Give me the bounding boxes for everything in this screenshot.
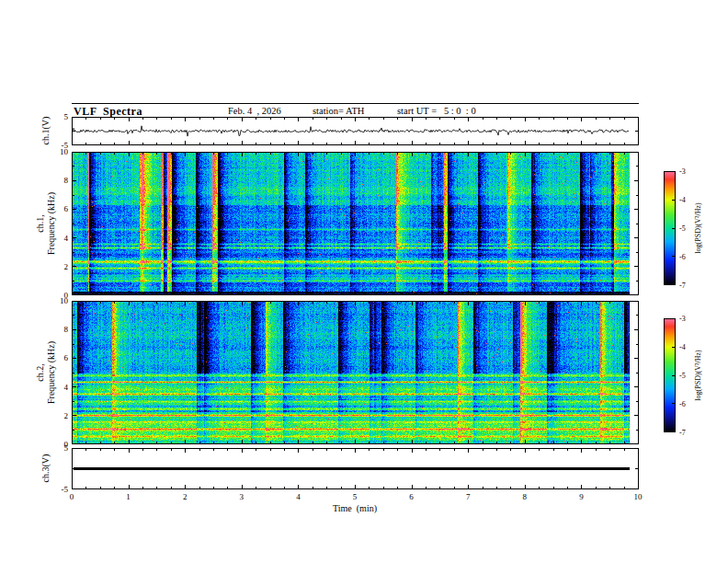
freq-tick-label: 4 <box>48 234 68 243</box>
ch3-waveform-plot <box>72 448 639 489</box>
colorbar-tick-label: -5 <box>679 372 686 380</box>
freq-tick-label: 8 <box>48 325 68 334</box>
colorbar-tick-label: -7 <box>679 429 686 437</box>
freq-tick-label: 2 <box>48 411 68 420</box>
time-tick-label: 6 <box>409 492 414 501</box>
colorbar-tick-label: -6 <box>679 253 686 261</box>
header-station: station= ATH <box>313 106 364 116</box>
time-tick-label: 8 <box>523 492 528 501</box>
freq-tick-label: 8 <box>48 176 68 185</box>
voltage-tick-label: -5 <box>48 141 68 150</box>
colorbar-tick-label: -4 <box>679 196 686 204</box>
time-tick-label: 1 <box>126 492 131 501</box>
voltage-tick-label: 5 <box>48 112 68 121</box>
freq-tick-label: 4 <box>48 383 68 392</box>
header-start-ut: start UT = 5 : 0 : 0 <box>397 106 476 116</box>
ch2-spectrogram-ylabel: ch.2, Frequency (kHz) <box>35 341 56 404</box>
colorbar-tick-label: -7 <box>679 282 686 290</box>
time-tick-label: 3 <box>240 492 245 501</box>
vlf-spectra-figure: VLF Spectra Feb. 4 , 2026 station= ATH s… <box>0 0 728 563</box>
time-tick-label: 7 <box>466 492 471 501</box>
colorbar-ch1-label: log(PSD)(V²/Hz) <box>694 202 702 253</box>
colorbar-tick-label: -4 <box>679 343 686 351</box>
freq-tick-label: 6 <box>48 353 68 362</box>
colorbar-tick-label: -6 <box>679 400 686 408</box>
time-tick-label: 10 <box>634 492 643 501</box>
time-tick-label: 4 <box>296 492 301 501</box>
ch1-spectrogram <box>72 152 639 295</box>
ch1-waveform-plot <box>72 117 639 145</box>
freq-tick-label: 2 <box>48 262 68 271</box>
colorbar-ch1 <box>664 171 676 285</box>
colorbar-tick-label: -3 <box>679 167 686 176</box>
time-tick-label: 2 <box>183 492 188 501</box>
colorbar-ch2 <box>664 318 676 432</box>
freq-tick-label: 6 <box>48 204 68 213</box>
colorbar-tick-label: -3 <box>679 315 686 323</box>
colorbar-tick-label: -5 <box>679 224 686 233</box>
ch3-waveform-ylabel: ch.3(V) <box>40 454 51 483</box>
header-date: Feb. 4 , 2026 <box>228 106 281 116</box>
voltage-tick-label: -5 <box>48 485 68 494</box>
voltage-tick-label: 5 <box>48 443 68 453</box>
ch2-spectrogram <box>72 301 639 444</box>
time-axis-label: Time (min) <box>333 503 377 513</box>
colorbar-ch2-label: log(PSD)(V²/Hz) <box>694 350 702 400</box>
time-tick-label: 5 <box>353 492 358 501</box>
freq-tick-label: 10 <box>48 296 68 305</box>
ch1-spectrogram-ylabel: ch.1, Frequency (kHz) <box>35 192 56 255</box>
time-tick-label: 9 <box>579 492 584 501</box>
header-rule <box>72 103 639 104</box>
time-tick-label: 0 <box>70 492 74 501</box>
